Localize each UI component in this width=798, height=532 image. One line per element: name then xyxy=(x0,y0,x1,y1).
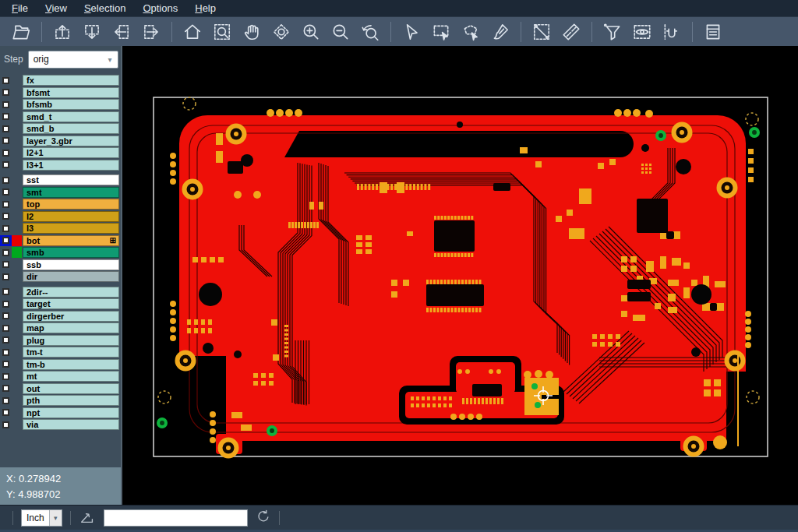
layer-checkbox-2dir--[interactable] xyxy=(0,287,12,298)
layer-label-smt[interactable]: smt xyxy=(23,187,119,198)
refresh-icon[interactable] xyxy=(256,509,271,527)
layer-row-l2+1: l2+1 xyxy=(0,147,121,158)
layer-checkbox-smb[interactable] xyxy=(0,247,12,258)
layer-checkbox-l2+1[interactable] xyxy=(0,147,12,158)
layer-checkbox-top[interactable] xyxy=(0,199,12,210)
layer-color-swatch xyxy=(12,259,22,270)
layer-label-dir[interactable]: dir xyxy=(23,271,119,282)
checkbox-icon xyxy=(2,336,9,344)
layer-label-l2+1[interactable]: l2+1 xyxy=(23,147,119,158)
zoom-window-button[interactable] xyxy=(209,19,235,45)
layer-checkbox-l3+1[interactable] xyxy=(0,160,12,171)
layer-label-smb[interactable]: smb xyxy=(23,247,119,258)
layer-checkbox-tm-t[interactable] xyxy=(0,347,12,358)
layer-label-ssb[interactable]: ssb xyxy=(23,259,119,270)
layer-checkbox-via[interactable] xyxy=(0,419,12,430)
layer-label-tm-t[interactable]: tm-t xyxy=(23,347,119,358)
checkbox-icon xyxy=(2,177,9,184)
zoom-area-button[interactable] xyxy=(268,19,295,45)
layer-label-fx[interactable]: fx xyxy=(23,75,119,86)
layer-checkbox-smd_b[interactable] xyxy=(0,123,12,134)
layer-checkbox-tm-b[interactable] xyxy=(0,359,12,370)
layer-label-bfsmt[interactable]: bfsmt xyxy=(23,87,119,98)
layer-label-tm-b[interactable]: tm-b xyxy=(23,359,119,370)
measure-corner-icon[interactable] xyxy=(79,508,96,528)
layer-label-pth[interactable]: pth xyxy=(23,395,119,406)
clear-button[interactable] xyxy=(487,19,514,45)
layer-checkbox-target[interactable] xyxy=(0,298,12,309)
layer-checkbox-pth[interactable] xyxy=(0,395,12,406)
layer-checkbox-l2[interactable] xyxy=(0,211,12,222)
layer-label-top[interactable]: top xyxy=(23,199,119,210)
pan-button[interactable] xyxy=(238,19,265,45)
layer-row-mt: mt xyxy=(0,371,121,382)
layer-label-2dir--[interactable]: 2dir-- xyxy=(23,287,119,298)
layer-checkbox-smt[interactable] xyxy=(0,187,12,198)
layer-checkbox-sst[interactable] xyxy=(0,174,12,185)
layer-label-out[interactable]: out xyxy=(23,383,119,394)
layer-label-smd_b[interactable]: smd_b xyxy=(23,123,119,134)
layer-label-bot[interactable]: bot⊞ xyxy=(23,235,119,246)
ruler-button[interactable] xyxy=(558,19,584,45)
layer-checkbox-npt[interactable] xyxy=(0,407,12,418)
layer-label-bfsmb[interactable]: bfsmb xyxy=(23,99,119,110)
pcb-viewport[interactable] xyxy=(122,46,798,505)
layer-checkbox-dir[interactable] xyxy=(0,271,12,282)
command-input[interactable] xyxy=(104,509,248,527)
layer-label-dirgerber[interactable]: dirgerber xyxy=(23,311,119,322)
layer-label-l2[interactable]: l2 xyxy=(23,211,119,222)
layer-checkbox-bfsmb[interactable] xyxy=(0,99,12,110)
layer-checkbox-map[interactable] xyxy=(0,322,12,333)
select-polygon-button[interactable] xyxy=(457,19,484,45)
select-rect-button[interactable] xyxy=(428,19,454,45)
layer-label-via[interactable]: via xyxy=(23,419,119,430)
zoom-out-button[interactable] xyxy=(327,19,354,45)
layer-label-plug[interactable]: plug xyxy=(23,335,119,346)
zoom-home-button[interactable] xyxy=(179,19,206,45)
unit-dropdown[interactable]: Inch ▾ xyxy=(21,509,62,527)
snap-button[interactable] xyxy=(659,19,685,45)
layer-checkbox-fx[interactable] xyxy=(0,75,12,86)
select-button[interactable] xyxy=(398,19,425,45)
layer-checkbox-l3[interactable] xyxy=(0,223,12,234)
layer-label-smd_t[interactable]: smd_t xyxy=(23,111,119,122)
layer-row-out: out xyxy=(0,383,121,394)
layer-label-l3+1[interactable]: l3+1 xyxy=(23,160,119,171)
layer-label-mt[interactable]: mt xyxy=(23,371,119,382)
menu-options[interactable]: Options xyxy=(134,1,186,16)
layer-checkbox-out[interactable] xyxy=(0,383,12,394)
menu-selection[interactable]: Selection xyxy=(76,1,134,16)
measure-button[interactable] xyxy=(528,19,555,45)
layer-checkbox-ssb[interactable] xyxy=(0,259,12,270)
layer-label-l3[interactable]: l3 xyxy=(23,223,119,234)
layer-checkbox-plug[interactable] xyxy=(0,335,12,346)
layer-checkbox-smd_t[interactable] xyxy=(0,111,12,122)
layer-checkbox-mt[interactable] xyxy=(0,371,12,382)
layer-label-layer_3.gbr[interactable]: layer_3.gbr xyxy=(23,136,119,146)
zoom-in-button[interactable] xyxy=(298,19,324,45)
menu-help[interactable]: Help xyxy=(186,1,224,16)
step-dropdown[interactable]: orig ▾ xyxy=(28,51,118,69)
pcb-render xyxy=(122,46,798,505)
layer-checkbox-dirgerber[interactable] xyxy=(0,311,12,322)
layer-label-map[interactable]: map xyxy=(23,322,119,333)
shift-left-button[interactable] xyxy=(108,19,135,45)
layer-checkbox-bot[interactable] xyxy=(0,235,12,246)
layer-label-target[interactable]: target xyxy=(23,298,119,309)
view-options-button[interactable] xyxy=(629,19,655,45)
filter-button[interactable] xyxy=(599,19,626,45)
layer-row-plug: plug xyxy=(0,335,121,346)
layer-color-swatch xyxy=(12,160,22,171)
layer-checkbox-layer_3.gbr[interactable] xyxy=(0,136,12,146)
shift-up-button[interactable] xyxy=(49,19,76,45)
menu-view[interactable]: View xyxy=(37,1,76,16)
menu-file[interactable]: File xyxy=(3,1,37,16)
layer-label-sst[interactable]: sst xyxy=(23,174,119,185)
shift-right-button[interactable] xyxy=(138,19,164,45)
layer-checkbox-bfsmt[interactable] xyxy=(0,87,12,98)
report-button[interactable] xyxy=(700,19,726,45)
zoom-previous-button[interactable] xyxy=(357,19,383,45)
open-button[interactable] xyxy=(8,19,34,45)
layer-label-npt[interactable]: npt xyxy=(23,407,119,418)
shift-down-button[interactable] xyxy=(79,19,105,45)
